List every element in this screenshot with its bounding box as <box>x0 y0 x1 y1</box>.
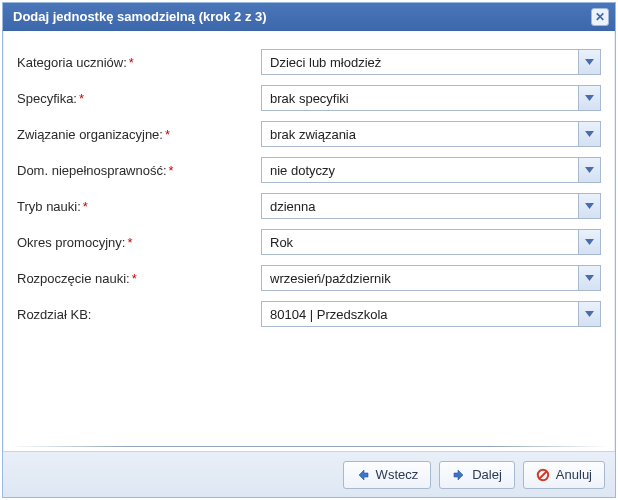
combo-niepelnosprawnosc[interactable] <box>261 157 601 183</box>
input-kategoria-uczniow[interactable] <box>262 50 578 74</box>
required-marker: * <box>169 163 174 178</box>
chevron-down-icon <box>585 59 594 65</box>
dropdown-trigger[interactable] <box>578 194 600 218</box>
row-specyfika: Specyfika:* <box>17 85 601 111</box>
label-specyfika: Specyfika:* <box>17 91 261 106</box>
label-zwiazanie: Związanie organizacyjne:* <box>17 127 261 142</box>
dropdown-trigger[interactable] <box>578 158 600 182</box>
close-icon: ✕ <box>595 11 605 23</box>
cancel-button-label: Anuluj <box>556 467 592 482</box>
chevron-down-icon <box>585 95 594 101</box>
row-zwiazanie: Związanie organizacyjne:* <box>17 121 601 147</box>
row-tryb-nauki: Tryb nauki:* <box>17 193 601 219</box>
label-okres-promocyjny: Okres promocyjny:* <box>17 235 261 250</box>
input-zwiazanie[interactable] <box>262 122 578 146</box>
row-rozdzial-kb: Rozdział KB: <box>17 301 601 327</box>
label-tryb-nauki: Tryb nauki:* <box>17 199 261 214</box>
row-niepelnosprawnosc: Dom. niepełnosprawność:* <box>17 157 601 183</box>
dropdown-trigger[interactable] <box>578 266 600 290</box>
cancel-icon <box>536 468 550 482</box>
input-rozpoczecie-nauki[interactable] <box>262 266 578 290</box>
back-button[interactable]: Wstecz <box>343 461 432 489</box>
next-button[interactable]: Dalej <box>439 461 515 489</box>
label-niepelnosprawnosc: Dom. niepełnosprawność:* <box>17 163 261 178</box>
dropdown-trigger[interactable] <box>578 230 600 254</box>
dropdown-trigger[interactable] <box>578 50 600 74</box>
required-marker: * <box>132 271 137 286</box>
label-kategoria-uczniow: Kategoria uczniów:* <box>17 55 261 70</box>
next-button-label: Dalej <box>472 467 502 482</box>
back-button-label: Wstecz <box>376 467 419 482</box>
input-rozdzial-kb[interactable] <box>262 302 578 326</box>
input-niepelnosprawnosc[interactable] <box>262 158 578 182</box>
combo-specyfika[interactable] <box>261 85 601 111</box>
combo-kategoria-uczniow[interactable] <box>261 49 601 75</box>
label-rozpoczecie-nauki: Rozpoczęcie nauki:* <box>17 271 261 286</box>
arrow-right-icon <box>452 468 466 482</box>
chevron-down-icon <box>585 131 594 137</box>
cancel-button[interactable]: Anuluj <box>523 461 605 489</box>
chevron-down-icon <box>585 311 594 317</box>
svg-line-1 <box>539 471 546 478</box>
combo-zwiazanie[interactable] <box>261 121 601 147</box>
input-okres-promocyjny[interactable] <box>262 230 578 254</box>
footer-separator <box>9 446 609 447</box>
combo-tryb-nauki[interactable] <box>261 193 601 219</box>
combo-rozdzial-kb[interactable] <box>261 301 601 327</box>
dialog-titlebar: Dodaj jednostkę samodzielną (krok 2 z 3)… <box>3 3 615 31</box>
input-tryb-nauki[interactable] <box>262 194 578 218</box>
chevron-down-icon <box>585 167 594 173</box>
form-body: Kategoria uczniów:* Specyfika:* <box>3 31 615 347</box>
arrow-left-icon <box>356 468 370 482</box>
required-marker: * <box>127 235 132 250</box>
close-button[interactable]: ✕ <box>591 8 609 26</box>
combo-rozpoczecie-nauki[interactable] <box>261 265 601 291</box>
dialog-title: Dodaj jednostkę samodzielną (krok 2 z 3) <box>13 9 267 24</box>
dialog-window: Dodaj jednostkę samodzielną (krok 2 z 3)… <box>2 2 616 498</box>
input-specyfika[interactable] <box>262 86 578 110</box>
chevron-down-icon <box>585 203 594 209</box>
dropdown-trigger[interactable] <box>578 122 600 146</box>
row-rozpoczecie-nauki: Rozpoczęcie nauki:* <box>17 265 601 291</box>
dialog-footer: Wstecz Dalej Anuluj <box>3 451 615 497</box>
combo-okres-promocyjny[interactable] <box>261 229 601 255</box>
row-kategoria-uczniow: Kategoria uczniów:* <box>17 49 601 75</box>
required-marker: * <box>83 199 88 214</box>
required-marker: * <box>129 55 134 70</box>
chevron-down-icon <box>585 275 594 281</box>
chevron-down-icon <box>585 239 594 245</box>
required-marker: * <box>79 91 84 106</box>
dropdown-trigger[interactable] <box>578 86 600 110</box>
row-okres-promocyjny: Okres promocyjny:* <box>17 229 601 255</box>
required-marker: * <box>165 127 170 142</box>
dropdown-trigger[interactable] <box>578 302 600 326</box>
label-rozdzial-kb: Rozdział KB: <box>17 307 261 322</box>
